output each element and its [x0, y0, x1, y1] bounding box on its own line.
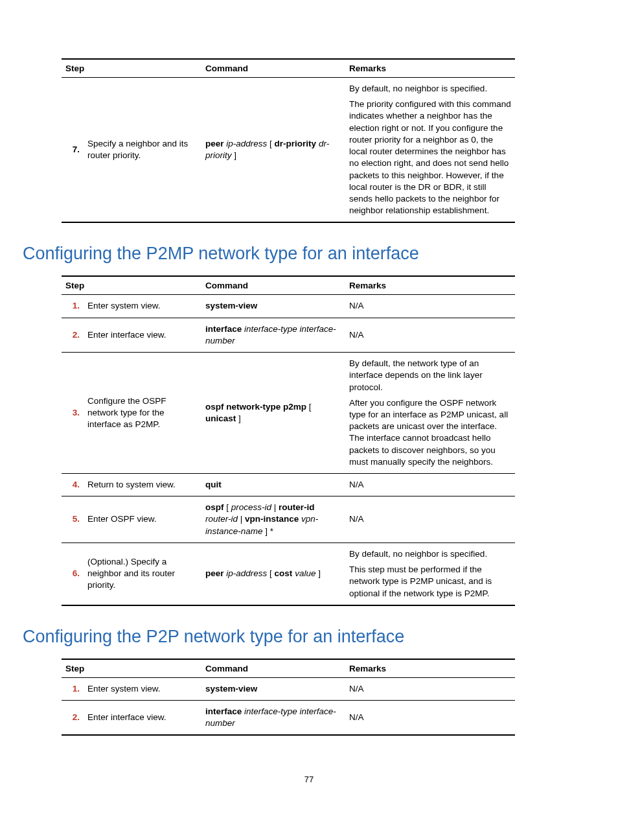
command-cell: system-view: [201, 677, 345, 700]
col-header-command: Command: [201, 276, 345, 295]
step-number: 3.: [62, 353, 84, 474]
remarks-paragraph: The priority configured with this comman…: [349, 99, 511, 216]
col-header-remarks: Remarks: [345, 276, 515, 295]
step-description: (Optional.) Specify a neighbor and its r…: [84, 542, 201, 605]
page-number: 77: [62, 775, 556, 784]
remarks-paragraph: N/A: [349, 683, 511, 695]
page-content: Step Command Remarks 7.Specify a neighbo…: [0, 0, 618, 810]
section-title-p2p: Configuring the P2P network type for an …: [23, 627, 556, 647]
remarks-cell: N/A: [345, 496, 515, 543]
command-cell: system-view: [201, 295, 345, 318]
remarks-paragraph: N/A: [349, 329, 511, 341]
step-description: Enter interface view.: [84, 701, 201, 736]
config-table-1: Step Command Remarks 7.Specify a neighbo…: [62, 58, 515, 223]
col-header-command: Command: [201, 59, 345, 78]
command-cell: interface interface-type interface-numbe…: [201, 318, 345, 352]
table-row: 6.(Optional.) Specify a neighbor and its…: [62, 542, 515, 605]
table-row: 4.Return to system view.quitN/A: [62, 474, 515, 496]
table-row: 2.Enter interface view.interface interfa…: [62, 318, 515, 352]
remarks-cell: N/A: [345, 677, 515, 700]
command-cell: ospf network-type p2mp [ unicast ]: [201, 353, 345, 474]
step-description: Enter system view.: [84, 677, 201, 700]
remarks-cell: By default, no neighbor is specified.Thi…: [345, 542, 515, 605]
remarks-paragraph: By default, no neighbor is specified.: [349, 548, 511, 560]
col-header-step: Step: [62, 659, 201, 678]
remarks-paragraph: N/A: [349, 479, 511, 491]
step-description: Enter interface view.: [84, 318, 201, 352]
step-number: 4.: [62, 474, 84, 496]
step-description: Specify a neighbor and its router priori…: [84, 78, 201, 223]
remarks-paragraph: By default, no neighbor is specified.: [349, 83, 511, 95]
remarks-paragraph: N/A: [349, 513, 511, 525]
step-number: 7.: [62, 78, 84, 223]
step-number: 5.: [62, 496, 84, 543]
step-number: 1.: [62, 295, 84, 318]
step-description: Configure the OSPF network type for the …: [84, 353, 201, 474]
col-header-step: Step: [62, 276, 201, 295]
table2-body: 1.Enter system view.system-viewN/A2.Ente…: [62, 295, 515, 605]
remarks-paragraph: N/A: [349, 712, 511, 723]
remarks-cell: N/A: [345, 474, 515, 496]
col-header-remarks: Remarks: [345, 59, 515, 78]
remarks-cell: By default, no neighbor is specified.The…: [345, 78, 515, 223]
col-header-command: Command: [201, 659, 345, 678]
remarks-cell: By default, the network type of an inter…: [345, 353, 515, 474]
step-number: 2.: [62, 318, 84, 352]
step-description: Enter OSPF view.: [84, 496, 201, 543]
command-cell: ospf [ process-id | router-id router-id …: [201, 496, 345, 543]
table-row: 1.Enter system view.system-viewN/A: [62, 295, 515, 318]
section-title-p2mp: Configuring the P2MP network type for an…: [23, 244, 556, 264]
table-row: 5.Enter OSPF view.ospf [ process-id | ro…: [62, 496, 515, 543]
table-row: 7.Specify a neighbor and its router prio…: [62, 78, 515, 223]
config-table-3: Step Command Remarks 1.Enter system view…: [62, 659, 515, 736]
remarks-paragraph: After you configure the OSPF network typ…: [349, 397, 511, 468]
remarks-paragraph: This step must be performed if the netwo…: [349, 564, 511, 600]
table-row: 3.Configure the OSPF network type for th…: [62, 353, 515, 474]
step-description: Enter system view.: [84, 295, 201, 318]
step-number: 2.: [62, 701, 84, 736]
table-row: 2.Enter interface view.interface interfa…: [62, 701, 515, 736]
step-number: 6.: [62, 542, 84, 605]
command-cell: interface interface-type interface-numbe…: [201, 701, 345, 736]
remarks-paragraph: N/A: [349, 300, 511, 312]
remarks-paragraph: By default, the network type of an inter…: [349, 358, 511, 393]
config-table-2: Step Command Remarks 1.Enter system view…: [62, 275, 515, 605]
remarks-cell: N/A: [345, 318, 515, 352]
remarks-cell: N/A: [345, 701, 515, 736]
table1-body: 7.Specify a neighbor and its router prio…: [62, 78, 515, 223]
table3-body: 1.Enter system view.system-viewN/A2.Ente…: [62, 677, 515, 735]
step-number: 1.: [62, 677, 84, 700]
remarks-cell: N/A: [345, 295, 515, 318]
col-header-step: Step: [62, 59, 201, 78]
command-cell: quit: [201, 474, 345, 496]
col-header-remarks: Remarks: [345, 659, 515, 678]
table-row: 1.Enter system view.system-viewN/A: [62, 677, 515, 700]
command-cell: peer ip-address [ cost value ]: [201, 542, 345, 605]
command-cell: peer ip-address [ dr-priority dr-priorit…: [201, 78, 345, 223]
step-description: Return to system view.: [84, 474, 201, 496]
